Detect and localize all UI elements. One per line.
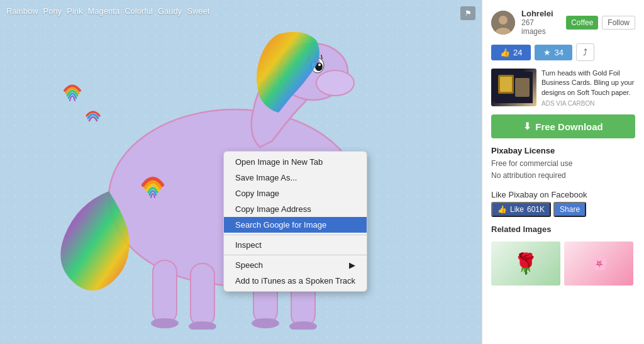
tag-colorful[interactable]: Colorful xyxy=(125,6,153,16)
related-label: Related Images xyxy=(491,225,635,234)
license-line2: No attribution required xyxy=(491,170,635,182)
license-block: Pixabay License Free for commercial use … xyxy=(491,146,635,182)
svg-rect-12 xyxy=(153,260,177,323)
context-menu-open-new-tab[interactable]: Open Image in New Tab xyxy=(224,154,367,170)
user-avatar xyxy=(491,11,515,35)
svg-point-2 xyxy=(316,70,354,96)
share-button[interactable]: ⤴ xyxy=(576,43,594,61)
download-icon: ⬇ xyxy=(523,121,531,132)
tag-gaudy[interactable]: Gaudy xyxy=(158,6,182,16)
user-image-count: 267 images xyxy=(521,18,560,36)
svg-line-8 xyxy=(321,55,322,59)
context-menu-itunes[interactable]: Add to iTunes as a Spoken Track xyxy=(224,273,367,289)
ad-content: Turn heads with Gold Foil Business Cards… xyxy=(541,69,635,107)
flag-button[interactable]: ⚑ xyxy=(460,6,475,20)
context-menu-search-google[interactable]: Search Google for Image xyxy=(224,217,367,233)
svg-rect-23 xyxy=(500,77,512,92)
facebook-like-label: Like xyxy=(510,205,524,214)
related-image-pink[interactable]: 🌸 xyxy=(564,241,633,286)
context-menu-inspect[interactable]: Inspect xyxy=(224,237,367,253)
thumbs-up-icon: 👍 xyxy=(500,48,510,57)
tag-pink[interactable]: Pink xyxy=(67,6,82,16)
context-menu-separator-1 xyxy=(224,235,367,235)
svg-point-19 xyxy=(499,16,508,25)
user-info: Lohrelei 267 images xyxy=(521,9,560,36)
facebook-share-button[interactable]: Share xyxy=(553,202,586,217)
star-count: 34 xyxy=(554,48,563,57)
image-tags: Rainbow Pony Pink Magenta Colorful Gaudy… xyxy=(6,6,209,16)
svg-point-16 xyxy=(151,318,179,328)
share-icon: ⤴ xyxy=(583,47,587,57)
related-image-rose[interactable]: 🌹 xyxy=(491,241,560,286)
tag-sweet[interactable]: Sweet xyxy=(187,6,209,16)
context-menu-save-as[interactable]: Save Image As... xyxy=(224,170,367,186)
context-menu-speech-arrow: ▶ xyxy=(349,260,355,270)
download-label: Free Download xyxy=(535,121,603,132)
action-row: 👍 24 ★ 34 ⤴ xyxy=(491,43,635,61)
license-line1: Free for commercial use xyxy=(491,158,635,170)
svg-rect-24 xyxy=(515,78,530,97)
context-menu: Open Image in New Tab Save Image As... C… xyxy=(223,151,367,292)
context-menu-copy-image[interactable]: Copy Image xyxy=(224,186,367,201)
user-actions: Coffee Follow xyxy=(566,16,635,30)
facebook-like-button[interactable]: 👍 Like 601K xyxy=(491,202,551,217)
svg-rect-13 xyxy=(191,264,214,326)
sidebar: Lohrelei 267 images Coffee Follow 👍 24 ★… xyxy=(482,0,644,344)
svg-point-5 xyxy=(318,64,321,66)
follow-button[interactable]: Follow xyxy=(602,16,635,30)
user-name: Lohrelei xyxy=(521,9,560,18)
facebook-buttons: 👍 Like 601K Share xyxy=(491,202,635,217)
context-menu-separator-2 xyxy=(224,255,367,255)
ad-image xyxy=(491,69,536,106)
license-title: Pixabay License xyxy=(491,146,635,155)
ad-block: Turn heads with Gold Foil Business Cards… xyxy=(491,69,635,107)
like-count: 24 xyxy=(513,48,522,57)
ad-text: Turn heads with Gold Foil Business Cards… xyxy=(541,69,635,97)
coffee-button[interactable]: Coffee xyxy=(566,16,598,30)
tag-magenta[interactable]: Magenta xyxy=(88,6,120,16)
svg-point-14 xyxy=(252,318,279,328)
star-icon: ★ xyxy=(543,48,551,57)
facebook-thumbs-icon: 👍 xyxy=(497,205,507,214)
facebook-label: Like Pixabay on Facebook xyxy=(491,190,635,199)
ad-via: ADS VIA CARBON xyxy=(541,100,635,107)
facebook-like-count: 601K xyxy=(527,205,545,214)
download-button[interactable]: ⬇ Free Download xyxy=(491,114,635,138)
star-button[interactable]: ★ 34 xyxy=(535,45,572,60)
tag-rainbow[interactable]: Rainbow xyxy=(6,6,38,16)
related-images: 🌹 🌸 xyxy=(491,241,635,286)
context-menu-copy-address[interactable]: Copy Image Address xyxy=(224,201,367,217)
context-menu-speech[interactable]: Speech ▶ xyxy=(224,257,367,273)
user-row: Lohrelei 267 images Coffee Follow xyxy=(491,9,635,36)
tag-pony[interactable]: Pony xyxy=(43,6,62,16)
like-button[interactable]: 👍 24 xyxy=(491,45,531,60)
image-area: Rainbow Pony Pink Magenta Colorful Gaudy… xyxy=(0,0,482,344)
facebook-row: Like Pixabay on Facebook 👍 Like 601K Sha… xyxy=(491,190,635,217)
